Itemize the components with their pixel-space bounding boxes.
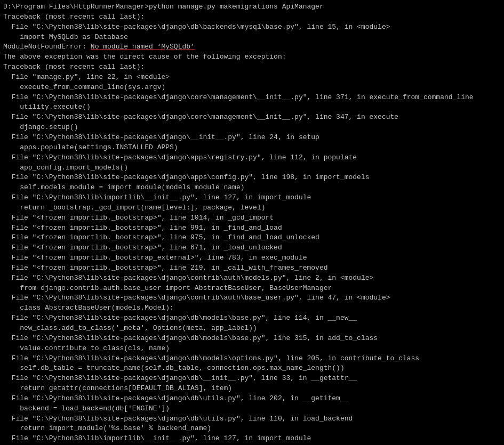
terminal-output: D:\Program Files\HttpRunnerManager>pytho… [3,2,501,445]
terminal-line: apps.populate(settings.INSTALLED_APPS) [3,143,501,153]
terminal-line: new_class.add_to_class('_meta', Options(… [3,323,501,334]
terminal-line: File "<frozen importlib._bootstrap_exter… [3,253,501,263]
terminal-line: File "<frozen importlib._bootstrap>", li… [3,213,501,223]
terminal-line: Traceback (most recent call last): [3,12,501,22]
terminal-line: File "C:\Python38\lib\site-packages\djan… [3,374,501,384]
terminal-line: return _bootstrap._gcd_import(name[level… [3,203,501,213]
terminal-line: backend = load_backend(db['ENGINE']) [3,404,501,414]
terminal-line: value.contribute_to_class(cls, name) [3,344,501,354]
terminal-line: execute_from_command_line(sys.argv) [3,83,501,93]
terminal-line: self.models_module = import_module(model… [3,183,501,193]
terminal-line: File "C:\Python38\lib\site-packages\djan… [3,153,501,163]
terminal-line: File "C:\Python38\lib\site-packages\djan… [3,93,501,103]
terminal-line: ModuleNotFoundError: No module named ‘My… [3,42,501,52]
terminal-line: File "C:\Python38\lib\site-packages\djan… [3,173,501,183]
terminal-line: class AbstractBaseUser(models.Model): [3,303,501,313]
terminal-line: return getattr(connections[DEFAULT_DB_AL… [3,384,501,394]
terminal-line: D:\Program Files\HttpRunnerManager>pytho… [3,2,501,12]
terminal-line: File "C:\Python38\lib\site-packages\djan… [3,112,501,123]
terminal-line: File "C:\Python38\lib\site-packages\djan… [3,394,501,404]
terminal-line: File "C:\Python38\lib\site-packages\djan… [3,133,501,143]
terminal-line: File "C:\Python38\lib\site-packages\djan… [3,22,501,33]
terminal-line: File "C:\Python38\lib\importlib\__init__… [3,193,501,203]
terminal-window: D:\Program Files\HttpRunnerManager>pytho… [0,0,504,445]
terminal-line: File "<frozen importlib._bootstrap>", li… [3,223,501,233]
terminal-line: self.db_table = truncate_name(self.db_ta… [3,363,501,374]
terminal-line: app_config.import_models() [3,163,501,173]
terminal-line: File "C:\Python38\lib\site-packages\djan… [3,313,501,323]
terminal-line: File "C:\Python38\lib\site-packages\djan… [3,293,501,303]
terminal-line: utility.execute() [3,102,501,112]
terminal-line: Traceback (most recent call last): [3,62,501,72]
terminal-line: django.setup() [3,123,501,133]
terminal-line: return import_module('%s.base' % backend… [3,424,501,434]
terminal-line: from django.contrib.auth.base_user impor… [3,284,501,294]
terminal-line: File "C:\Python38\lib\importlib\__init__… [3,434,501,444]
terminal-line: The above exception was the direct cause… [3,52,501,62]
terminal-line: File "<frozen importlib._bootstrap>", li… [3,233,501,243]
terminal-line: File "C:\Python38\lib\site-packages\djan… [3,334,501,344]
terminal-line: File "C:\Python38\lib\site-packages\djan… [3,354,501,364]
terminal-line: File "<frozen importlib._bootstrap>", li… [3,243,501,253]
terminal-line: File "C:\Python38\lib\site-packages\djan… [3,414,501,424]
terminal-line: File "manage.py", line 22, in <module> [3,72,501,83]
terminal-line: File "C:\Python38\lib\site-packages\djan… [3,273,501,284]
terminal-line: File "<frozen importlib._bootstrap>", li… [3,263,501,273]
terminal-line: import MySQLdb as Database [3,33,501,43]
